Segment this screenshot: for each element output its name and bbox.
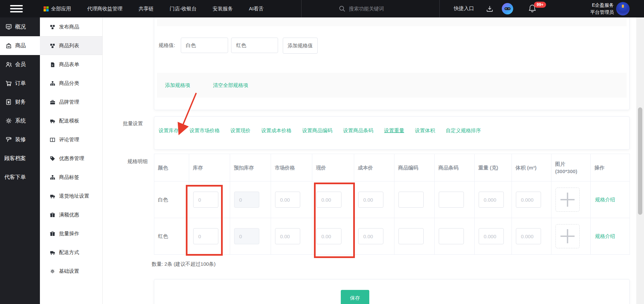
notifications[interactable]: 99+ xyxy=(528,4,548,14)
scrollbar-track[interactable] xyxy=(636,17,644,304)
submenu-item-评论管理[interactable]: 评论管理 xyxy=(40,130,102,149)
spec-value-input-2[interactable] xyxy=(231,38,278,53)
topbar-menu: 全部应用代理商收益管理共享链门店-收银台安装服务AI看舌 xyxy=(44,0,264,17)
batch-link-设置重量[interactable]: 设置重量 xyxy=(384,127,404,134)
submenu-item-满额优惠[interactable]: 满额优惠 xyxy=(40,205,102,224)
download-icon[interactable] xyxy=(486,5,494,13)
image-upload-plus-icon[interactable] xyxy=(555,224,580,248)
topbar-menu-label: 共享链 xyxy=(139,6,154,12)
market-price-input[interactable] xyxy=(275,192,300,208)
truck-icon xyxy=(50,118,55,123)
hamburger-menu-icon[interactable] xyxy=(10,5,23,12)
weight-input[interactable] xyxy=(479,228,504,244)
ai-robot-icon[interactable] xyxy=(502,3,513,14)
quick-entry-link[interactable]: 快捷入口 xyxy=(454,5,474,12)
sidebar-item-label: 商品 xyxy=(15,42,26,49)
batch-link-设置商品条码[interactable]: 设置商品条码 xyxy=(343,127,373,134)
batch-link-设置成本价格[interactable]: 设置成本价格 xyxy=(261,127,291,134)
reserved-stock-input[interactable] xyxy=(234,228,259,244)
submenu-item-label: 配送模板 xyxy=(59,118,79,124)
sidebar-item-订单[interactable]: 订单 xyxy=(0,74,40,93)
current-price-input[interactable] xyxy=(316,228,341,244)
sidebar-item-商品[interactable]: 商品 xyxy=(0,36,40,55)
current-price-input[interactable] xyxy=(316,192,341,208)
topbar-menu-item[interactable]: 全部应用 xyxy=(44,6,71,12)
batch-settings-label: 批量设置 xyxy=(123,120,143,127)
topbar-menu-item[interactable]: 门店-收银台 xyxy=(170,6,197,12)
scrollbar-thumb[interactable] xyxy=(638,107,642,215)
sidebar-item-会员[interactable]: 会员 xyxy=(0,55,40,74)
batch-link-设置商品编码[interactable]: 设置商品编码 xyxy=(302,127,332,134)
submenu-item-品牌管理[interactable]: 品牌管理 xyxy=(40,93,102,111)
footer-panel: 保存 xyxy=(154,279,630,304)
add-spec-item-link[interactable]: 添加规格项 xyxy=(165,82,190,89)
volume-input-cell xyxy=(512,182,551,218)
reserved-stock-input-cell xyxy=(230,182,271,218)
sidebar-item-系统[interactable]: 系统 xyxy=(0,111,40,130)
submenu-item-优惠券管理[interactable]: 优惠券管理 xyxy=(40,149,102,168)
image-upload-plus-icon[interactable] xyxy=(555,188,580,212)
table-header-cell: 重量 (克) xyxy=(475,154,512,182)
submenu-item-商品分类[interactable]: 商品分类 xyxy=(40,74,102,93)
barcode-input[interactable] xyxy=(439,228,464,244)
submenu-item-配送模板[interactable]: 配送模板 xyxy=(40,111,102,130)
truck-icon xyxy=(50,250,55,255)
sidebar-item-顾客档案[interactable]: 顾客档案 xyxy=(0,149,40,168)
product-code-input[interactable] xyxy=(398,192,424,208)
batch-link-设置现价[interactable]: 设置现价 xyxy=(230,127,251,134)
submenu-item-label: 商品列表 xyxy=(59,43,79,49)
weight-input[interactable] xyxy=(479,192,504,208)
submenu-item-批量操作[interactable]: 批量操作 xyxy=(40,224,102,243)
avatar[interactable] xyxy=(616,2,630,15)
sidebar-item-label: 装修 xyxy=(15,136,26,143)
volume-input[interactable] xyxy=(516,228,541,244)
save-button[interactable]: 保存 xyxy=(341,290,369,304)
sitemap-icon xyxy=(50,175,55,180)
sidebar-item-label: 财务 xyxy=(15,99,26,106)
submenu-item-配送方式[interactable]: 配送方式 xyxy=(40,243,102,262)
product-code-input[interactable] xyxy=(398,228,424,244)
submenu-item-label: 配送方式 xyxy=(59,249,79,256)
sidebar-item-概况[interactable]: 概况 xyxy=(0,17,40,36)
reserved-stock-input[interactable] xyxy=(234,192,259,208)
cost-price-input[interactable] xyxy=(358,192,383,208)
submenu-item-label: 基础设置 xyxy=(59,268,79,274)
submenu-item-商品表单[interactable]: 商品表单 xyxy=(40,55,102,74)
spec-intro-link[interactable]: 规格介绍 xyxy=(591,233,615,239)
page: 全部应用代理商收益管理共享链门店-收银台安装服务AI看舌 搜索功能关键词 快捷入… xyxy=(0,0,644,304)
submenu-item-基础设置[interactable]: 基础设置 xyxy=(40,262,102,281)
sidebar-item-装修[interactable]: 装修 xyxy=(0,130,40,149)
cost-price-input[interactable] xyxy=(358,228,383,244)
topbar-menu-item[interactable]: 代理商收益管理 xyxy=(87,6,122,12)
briefcase-icon xyxy=(50,100,55,105)
stock-input[interactable] xyxy=(193,228,218,244)
submenu-item-发布商品[interactable]: 发布商品 xyxy=(40,17,102,36)
barcode-input[interactable] xyxy=(439,192,464,208)
add-spec-value-button[interactable]: 添加规格值 xyxy=(283,38,318,54)
stock-input[interactable] xyxy=(193,192,218,208)
search-input[interactable]: 搜索功能关键词 xyxy=(339,0,439,17)
spec-name: 白色 xyxy=(154,197,189,203)
spec-value-input-1[interactable] xyxy=(181,38,228,53)
volume-input[interactable] xyxy=(516,192,541,208)
batch-link-设置体积[interactable]: 设置体积 xyxy=(415,127,435,134)
batch-link-设置市场价格[interactable]: 设置市场价格 xyxy=(190,127,220,134)
topbar-menu-item[interactable]: 共享链 xyxy=(139,6,154,12)
profile-text[interactable]: E企盈服务 平台管理员 xyxy=(570,2,614,16)
topbar-menu-item[interactable]: AI看舌 xyxy=(249,6,264,12)
batch-link-设置库存[interactable]: 设置库存 xyxy=(159,127,179,134)
spec-intro-link[interactable]: 规格介绍 xyxy=(591,197,615,202)
members-icon xyxy=(5,61,12,68)
batch-link-自定义规格排序[interactable]: 自定义规格排序 xyxy=(446,127,481,134)
topbar-menu-item[interactable]: 安装服务 xyxy=(213,6,233,12)
sidebar-item-代客下单[interactable]: 代客下单 xyxy=(0,168,40,187)
market-price-input[interactable] xyxy=(275,228,300,244)
weight-input-cell xyxy=(475,218,512,255)
sidebar-item-财务[interactable]: 财务 xyxy=(0,93,40,111)
submenu-item-退货地址设置[interactable]: 退货地址设置 xyxy=(40,187,102,205)
submenu-item-商品标签[interactable]: 商品标签 xyxy=(40,168,102,187)
clear-all-spec-link[interactable]: 清空全部规格项 xyxy=(213,82,248,89)
spec-name-cell: 红色 xyxy=(154,218,189,255)
gift-icon xyxy=(50,212,55,217)
submenu-item-商品列表[interactable]: 商品列表 xyxy=(40,36,102,55)
